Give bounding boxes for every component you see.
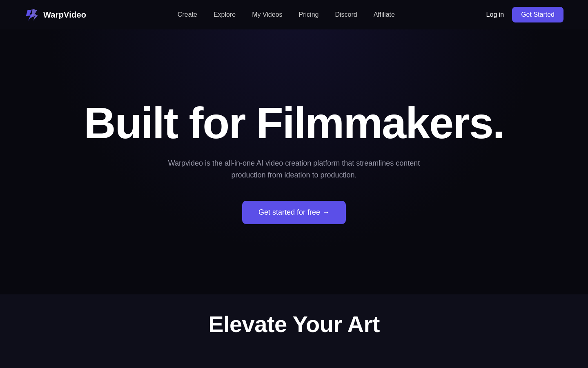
logo-text: WarpVideo [43,10,86,20]
nav-item-explore[interactable]: Explore [214,11,236,18]
bottom-section: Elevate Your Art [0,294,588,368]
hero-cta-button[interactable]: Get started for free → [242,201,346,224]
nav-item-discord[interactable]: Discord [335,11,357,18]
hero-subtitle: Warpvideo is the all-in-one AI video cre… [155,157,433,181]
nav-item-affiliate[interactable]: Affiliate [374,11,395,18]
logo[interactable]: WarpVideo [24,7,86,22]
nav-item-create[interactable]: Create [178,11,197,18]
nav-item-my-videos[interactable]: My Videos [252,11,282,18]
login-button[interactable]: Log in [486,11,504,18]
bottom-title: Elevate Your Art [208,311,380,337]
navbar: WarpVideo Create Explore My Videos Prici… [0,0,588,29]
get-started-nav-button[interactable]: Get Started [512,7,564,22]
nav-actions: Log in Get Started [486,7,564,22]
nav-item-pricing[interactable]: Pricing [299,11,319,18]
hero-section: Built for Filmmakers. Warpvideo is the a… [0,0,588,294]
hero-title: Built for Filmmakers. [84,100,504,146]
logo-icon [24,7,39,22]
nav-links: Create Explore My Videos Pricing Discord… [178,11,395,18]
